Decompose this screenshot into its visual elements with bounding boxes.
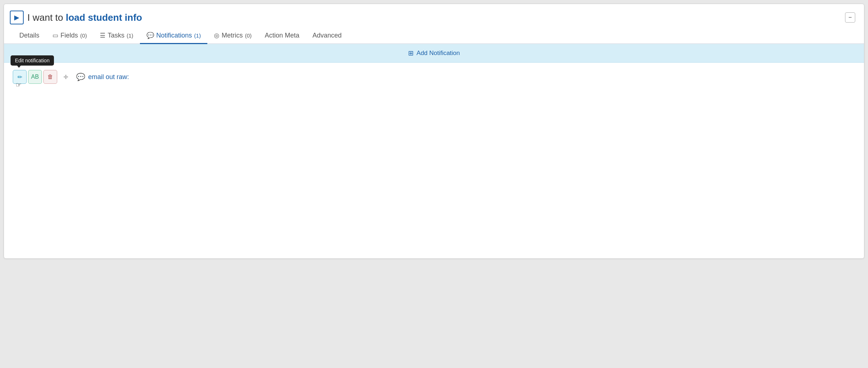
advanced-label: Advanced bbox=[313, 32, 342, 39]
tasks-icon: ☰ bbox=[100, 32, 105, 39]
tab-bar: Details ▭ Fields (0) ☰ Tasks (1) 💬 Notif… bbox=[4, 28, 864, 44]
metrics-label: Metrics bbox=[222, 32, 243, 39]
notification-label: 💬 email out raw: bbox=[76, 73, 129, 81]
collapse-icon: − bbox=[848, 14, 852, 21]
fields-count: (0) bbox=[80, 32, 87, 39]
main-panel: ▶ I want to load student info − Details … bbox=[4, 4, 864, 259]
move-notification-button[interactable]: ✛ bbox=[59, 70, 73, 84]
notification-chat-icon: 💬 bbox=[76, 73, 85, 81]
panel-arrow-icon: ▶ bbox=[14, 13, 19, 21]
edit-notification-button[interactable]: ✏ bbox=[13, 70, 27, 84]
metrics-count: (0) bbox=[245, 32, 251, 39]
tab-fields[interactable]: ▭ Fields (0) bbox=[46, 28, 93, 44]
tab-advanced[interactable]: Advanced bbox=[306, 28, 348, 44]
delete-icon: 🗑 bbox=[47, 74, 53, 80]
tab-metrics[interactable]: ◎ Metrics (0) bbox=[207, 28, 258, 44]
metrics-icon: ◎ bbox=[214, 32, 219, 39]
tooltip-text: Edit notification bbox=[15, 58, 50, 63]
notifications-count: (1) bbox=[194, 32, 201, 39]
tasks-label: Tasks bbox=[107, 32, 124, 39]
ab-icon: AB bbox=[31, 74, 39, 80]
panel-body: ⊞ Add Notification ✏ Edit notification ☞ bbox=[4, 44, 864, 91]
panel-icon: ▶ bbox=[10, 11, 24, 24]
edit-icon: ✏ bbox=[17, 74, 22, 81]
edit-tooltip: Edit notification bbox=[11, 55, 54, 66]
notifications-icon: 💬 bbox=[146, 32, 154, 39]
move-icon: ✛ bbox=[63, 74, 68, 81]
ab-test-button[interactable]: AB bbox=[28, 70, 42, 84]
notification-text: email out raw: bbox=[88, 73, 129, 81]
tab-details[interactable]: Details bbox=[13, 28, 46, 44]
tasks-count: (1) bbox=[126, 32, 133, 39]
fields-icon: ▭ bbox=[52, 32, 58, 39]
tab-notifications[interactable]: 💬 Notifications (1) bbox=[140, 28, 207, 44]
details-label: Details bbox=[19, 32, 39, 39]
panel-title-prefix: I want to bbox=[27, 12, 66, 23]
action-meta-label: Action Meta bbox=[265, 32, 299, 39]
delete-notification-button[interactable]: 🗑 bbox=[43, 70, 57, 84]
fields-label: Fields bbox=[60, 32, 78, 39]
add-notification-icon: ⊞ bbox=[408, 49, 414, 57]
tab-action-meta[interactable]: Action Meta bbox=[258, 28, 306, 44]
panel-header: ▶ I want to load student info − bbox=[4, 4, 864, 24]
add-notification-label: Add Notification bbox=[417, 50, 460, 57]
notification-list: ✏ Edit notification ☞ AB 🗑 ✛ bbox=[4, 63, 864, 91]
panel-title-bold: load student info bbox=[66, 12, 142, 23]
collapse-button[interactable]: − bbox=[845, 12, 855, 23]
notification-action-buttons: ✏ Edit notification ☞ AB 🗑 ✛ bbox=[13, 70, 73, 84]
notification-item: ✏ Edit notification ☞ AB 🗑 ✛ bbox=[13, 70, 855, 84]
notifications-label: Notifications bbox=[156, 32, 192, 39]
tab-tasks[interactable]: ☰ Tasks (1) bbox=[93, 28, 140, 44]
panel-title: I want to load student info bbox=[27, 12, 142, 23]
add-notification-bar[interactable]: ⊞ Add Notification bbox=[4, 44, 864, 63]
edit-button-wrapper: ✏ Edit notification ☞ bbox=[13, 70, 27, 84]
